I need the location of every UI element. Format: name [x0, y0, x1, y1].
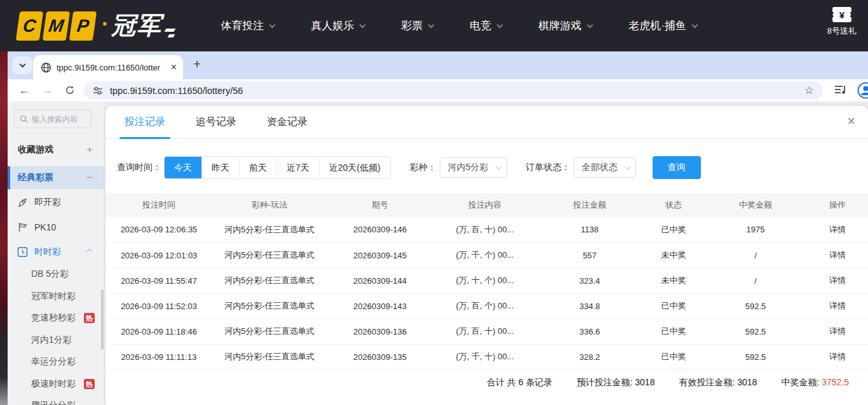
- chevron-down-icon: [692, 22, 698, 28]
- gift-promo-button[interactable]: ¥ 8号送礼: [827, 7, 857, 37]
- time-filter-label: 查询时间：: [117, 162, 161, 173]
- desktop-wallpaper-strip: [0, 51, 8, 405]
- sidebar-subitem-lucky-ffc[interactable]: 幸运分分彩: [8, 351, 104, 373]
- details-link[interactable]: 详情: [807, 242, 868, 268]
- clock-icon: [17, 246, 29, 258]
- sidebar-item-pk10[interactable]: PK10: [8, 215, 104, 239]
- browser-tab[interactable]: tppc.9i159t.com:11650/lotter ×: [33, 55, 183, 79]
- main-nav: 体育投注 真人娱乐 彩票 电竞 棋牌游戏 老虎机·捕鱼: [220, 18, 733, 33]
- logo-letter-c: C: [16, 11, 43, 41]
- browser-tab-strip: tppc.9i159t.com:11650/lotter × +: [8, 51, 868, 79]
- lottery-select[interactable]: 河内5分彩: [440, 157, 507, 178]
- media-controls-icon[interactable]: [834, 84, 847, 97]
- sidebar-item-instant-lottery[interactable]: 即开彩: [8, 190, 104, 214]
- minus-icon[interactable]: −: [86, 171, 93, 184]
- status-badge: 已中奖: [643, 319, 704, 344]
- plus-icon[interactable]: +: [86, 143, 93, 156]
- order-status-label: 订单状态：: [526, 162, 571, 173]
- col-issue: 期号: [327, 193, 433, 217]
- table-row: 2026-03-09 12:06:35 河内5分彩-任三直选单式 2026030…: [105, 217, 868, 242]
- search-input[interactable]: [32, 115, 86, 124]
- bookmark-star-icon[interactable]: ☆: [804, 84, 814, 97]
- status-badge: 已中奖: [643, 344, 704, 369]
- col-amount: 投注金额: [536, 193, 643, 217]
- tab-bet-records[interactable]: 投注记录: [125, 106, 165, 138]
- game-sidebar: 收藏游戏 + 经典彩票 − 即开彩 PK10: [8, 102, 104, 405]
- sidebar-scrollbar[interactable]: [101, 289, 104, 350]
- logo-letter-p: P: [69, 11, 97, 41]
- tab-fund-records[interactable]: 资金记录: [267, 106, 308, 138]
- sidebar-subitem-champion-ssc[interactable]: 冠军时时彩: [8, 286, 104, 308]
- sidebar-search[interactable]: [14, 110, 92, 128]
- details-link[interactable]: 详情: [807, 319, 868, 344]
- profile-avatar[interactable]: [857, 82, 868, 99]
- col-win-amount: 中奖金额: [704, 193, 807, 217]
- chevron-down-icon: [497, 22, 503, 28]
- nav-slots-fishing[interactable]: 老虎机·捕鱼: [628, 18, 697, 33]
- reload-icon[interactable]: [58, 84, 81, 97]
- time-option-day-before[interactable]: 前天: [239, 157, 276, 178]
- logo-brand-text: 冠军: [111, 10, 162, 42]
- nav-live-casino[interactable]: 真人娱乐: [311, 18, 365, 33]
- rocket-icon: [17, 197, 29, 208]
- nav-sports[interactable]: 体育投注: [220, 18, 275, 33]
- url-field[interactable]: tppc.9i159t.com:11650/lottery/56 ☆: [84, 81, 823, 100]
- table-row: 2026-03-09 11:11:13 河内5分彩-任三直选单式 2026030…: [105, 344, 868, 369]
- sidebar-subitem-tencent-ffc[interactable]: 腾讯分分彩: [8, 395, 104, 405]
- sidebar-section-classic-lottery[interactable]: 经典彩票 −: [8, 166, 104, 189]
- sidebar-subitem-db5[interactable]: DB 5分彩: [8, 263, 104, 286]
- time-option-7days[interactable]: 近7天: [276, 157, 319, 178]
- logo-speed-lines-icon: [165, 29, 175, 37]
- summary-bar: 合计 共 6 条记录 预计投注金额: 3018 有效投注金额: 3018 中奖金…: [105, 370, 868, 395]
- table-row: 2026-03-09 11:55:47 河内5分彩-任三直选单式 2026030…: [105, 268, 868, 293]
- site-info-icon[interactable]: [93, 86, 103, 95]
- chevron-down-icon: [587, 22, 593, 28]
- col-bet-time: 投注时间: [105, 193, 212, 217]
- tab-title: tppc.9i159t.com:11650/lotter: [57, 63, 162, 72]
- query-button[interactable]: 查询: [653, 156, 701, 179]
- gift-promo-label: 8号送礼: [827, 25, 857, 37]
- search-icon: [20, 115, 28, 123]
- records-tabs: 投注记录 追号记录 资金记录 ×: [105, 106, 868, 139]
- col-action: 操作: [807, 193, 868, 217]
- sidebar-subitem-hanoi-1min[interactable]: 河内1分彩: [8, 329, 104, 352]
- yen-ticket-icon: ¥: [832, 7, 851, 22]
- chevron-down-icon: [624, 164, 630, 170]
- order-status-select[interactable]: 全部状态: [574, 157, 636, 178]
- col-game-play: 彩种-玩法: [212, 193, 327, 217]
- status-badge: 未中奖: [643, 242, 704, 268]
- time-option-20days[interactable]: 近20天(低频): [319, 157, 390, 178]
- details-link[interactable]: 详情: [807, 217, 868, 242]
- chevron-down-icon: [269, 22, 276, 28]
- time-option-today[interactable]: 今天: [165, 157, 201, 178]
- tab-close-icon[interactable]: ×: [171, 62, 177, 72]
- details-link[interactable]: 详情: [807, 344, 868, 369]
- close-icon[interactable]: ×: [847, 114, 855, 128]
- sidebar-subitem-speed-seconds[interactable]: 竞速秒秒彩 热: [8, 307, 104, 329]
- hot-badge: 热: [84, 379, 95, 389]
- url-text: tppc.9i159t.com:11650/lottery/56: [110, 86, 243, 96]
- lottery-select-label: 彩种：: [410, 162, 437, 173]
- new-tab-button[interactable]: +: [193, 56, 201, 72]
- table-row: 2026-03-09 12:01:03 河内5分彩-任三直选单式 2026030…: [105, 242, 868, 268]
- chevron-down-icon: [19, 62, 25, 68]
- time-option-yesterday[interactable]: 昨天: [201, 157, 239, 178]
- sidebar-section-favorites[interactable]: 收藏游戏 +: [8, 138, 104, 161]
- tab-search-button[interactable]: [12, 56, 32, 74]
- records-panel: 投注记录 追号记录 资金记录 × 查询时间： 今天 昨天 前天 近7天 近20天…: [105, 106, 868, 405]
- site-logo[interactable]: C M P · 冠军: [18, 10, 175, 42]
- summary-win: 中奖金额: 3752.5: [781, 377, 849, 388]
- back-icon[interactable]: ←: [13, 84, 36, 97]
- globe-favicon-icon: [41, 62, 51, 73]
- nav-board-games[interactable]: 棋牌游戏: [538, 18, 592, 33]
- forward-icon[interactable]: →: [36, 84, 58, 97]
- sidebar-item-ssc[interactable]: 时时彩: [8, 240, 104, 263]
- summary-expected: 预计投注金额: 3018: [577, 377, 655, 388]
- tab-chase-records[interactable]: 追号记录: [196, 106, 236, 138]
- details-link[interactable]: 详情: [807, 293, 868, 319]
- status-badge: 未中奖: [643, 268, 704, 293]
- nav-lottery[interactable]: 彩票: [401, 18, 433, 33]
- details-link[interactable]: 详情: [807, 268, 868, 293]
- nav-esports[interactable]: 电竞: [470, 18, 502, 33]
- sidebar-subitem-extreme-ssc[interactable]: 极速时时彩 热: [8, 373, 104, 395]
